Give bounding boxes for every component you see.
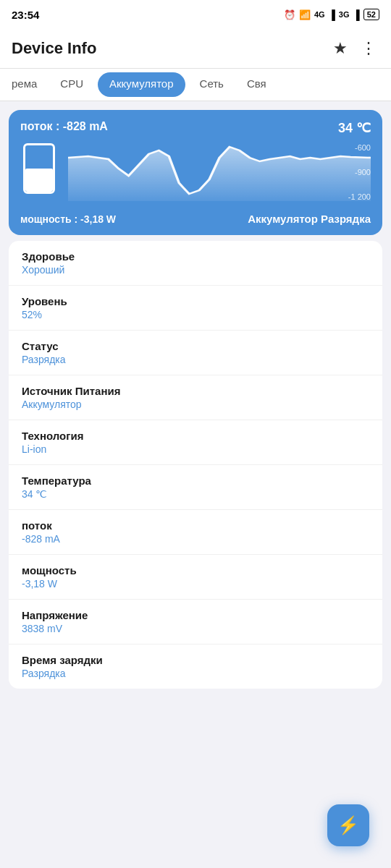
tab-network[interactable]: Сеть	[188, 69, 235, 101]
app-bar: Device Info ★ ⋮	[0, 29, 391, 69]
info-label-power: мощность	[22, 564, 369, 576]
info-label-power-source: Источник Питания	[22, 385, 369, 397]
signal-icon-1: ▐	[329, 9, 335, 20]
fab-button[interactable]: ⚡	[327, 804, 369, 846]
info-value-power-source: Аккумулятор	[22, 399, 369, 410]
network-4g-icon: 4G	[314, 10, 325, 19]
info-value-temperature: 34 ℃	[22, 488, 369, 500]
info-label-temperature: Температура	[22, 475, 369, 487]
chart-y-labels: -600 -900 -1 200	[348, 143, 371, 201]
info-value-status: Разрядка	[22, 354, 369, 365]
info-row-power-source: Источник Питания Аккумулятор	[9, 375, 382, 420]
chart-label-900: -900	[348, 168, 371, 176]
info-value-power: -3,18 W	[22, 578, 369, 590]
info-label-health: Здоровье	[22, 250, 369, 263]
battery-chart-svg	[68, 143, 371, 201]
info-value-charge-time: Разрядка	[22, 668, 369, 679]
network-3g-icon: 3G	[339, 10, 350, 19]
battery-main-area: -600 -900 -1 200	[20, 143, 371, 208]
favorite-button[interactable]: ★	[330, 36, 350, 61]
status-icons: ⏰ 📶 4G ▐ 3G ▐ 52	[284, 9, 379, 20]
info-row-charge-time: Время зарядки Разрядка	[9, 644, 382, 689]
battery-card-footer: мощность : -3,18 W Аккумулятор Разрядка	[20, 213, 371, 225]
info-label-charge-time: Время зарядки	[22, 654, 369, 666]
battery-chart: -600 -900 -1 200	[68, 143, 371, 208]
info-row-level: Уровень 52%	[9, 286, 382, 331]
chart-label-1200: -1 200	[348, 192, 371, 201]
battery-icon	[23, 143, 55, 194]
info-row-status: Статус Разрядка	[9, 331, 382, 375]
info-row-flow: поток -828 mA	[9, 510, 382, 555]
info-row-voltage: Напряжение 3838 mV	[9, 600, 382, 644]
chart-label-600: -600	[348, 143, 371, 152]
info-row-power: мощность -3,18 W	[9, 555, 382, 600]
app-title: Device Info	[12, 39, 323, 58]
tab-battery[interactable]: Аккумулятор	[98, 72, 185, 97]
wifi-icon: 📶	[299, 9, 311, 20]
menu-button[interactable]: ⋮	[358, 36, 379, 61]
info-label-voltage: Напряжение	[22, 609, 369, 621]
battery-power-value: мощность : -3,18 W	[20, 213, 116, 225]
info-row-temperature: Температура 34 ℃	[9, 465, 382, 510]
info-card: Здоровье Хороший Уровень 52% Статус Разр…	[9, 241, 382, 689]
info-value-flow: -828 mA	[22, 533, 369, 545]
info-value-technology: Li-ion	[22, 443, 369, 455]
info-label-level: Уровень	[22, 295, 369, 307]
battery-flow-value: поток : -828 mA	[20, 120, 108, 133]
battery-card-header: поток : -828 mA 34 ℃	[20, 120, 371, 136]
alarm-icon: ⏰	[284, 9, 295, 20]
info-label-flow: поток	[22, 519, 369, 532]
tab-cpu[interactable]: CPU	[49, 69, 95, 101]
info-row-health: Здоровье Хороший	[9, 241, 382, 286]
battery-card: поток : -828 mA 34 ℃	[9, 110, 382, 235]
tab-bar: рема CPU Аккумулятор Сеть Свя	[0, 69, 391, 101]
tab-sistema[interactable]: рема	[0, 69, 49, 101]
info-value-voltage: 3838 mV	[22, 623, 369, 634]
info-row-technology: Технология Li-ion	[9, 420, 382, 465]
battery-level-badge: 52	[363, 9, 379, 20]
info-value-level: 52%	[22, 309, 369, 320]
battery-fill	[25, 169, 53, 192]
status-time: 23:54	[12, 9, 39, 21]
battery-status-value: Аккумулятор Разрядка	[248, 213, 371, 225]
battery-temperature: 34 ℃	[338, 120, 371, 136]
battery-icon-wrap	[20, 143, 58, 194]
signal-icon-2: ▐	[353, 9, 360, 20]
tab-connectivity[interactable]: Свя	[235, 69, 278, 101]
info-label-technology: Технология	[22, 430, 369, 442]
info-value-health: Хороший	[22, 264, 369, 276]
status-bar: 23:54 ⏰ 📶 4G ▐ 3G ▐ 52	[0, 0, 391, 29]
info-label-status: Статус	[22, 340, 369, 352]
